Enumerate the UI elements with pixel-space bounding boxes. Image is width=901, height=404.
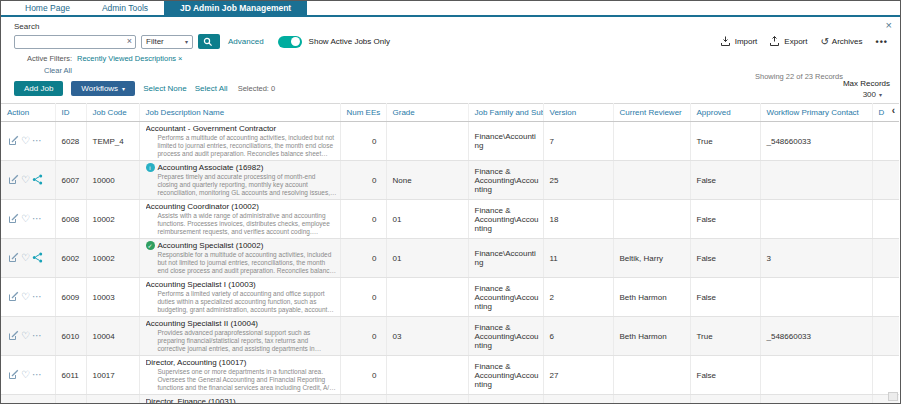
table-row[interactable]: ♡⋯600910003Accounting Specialist I (1000…: [1, 278, 899, 317]
import-button[interactable]: Import: [721, 36, 758, 48]
tab-jd-admin-job-management[interactable]: JD Admin Job Management: [164, 1, 307, 15]
cell-num-ees: 0: [340, 317, 386, 356]
job-description: Performs a multitude of accounting activ…: [146, 134, 337, 158]
column-header-job-family-and-sub-family[interactable]: Job Family and Sub Family: [468, 104, 543, 122]
history-icon: ↺: [820, 37, 828, 47]
table-row[interactable]: ♡⋯601110017Director, Accounting (10017)S…: [1, 356, 899, 395]
edit-icon[interactable]: [8, 252, 19, 265]
show-active-jobs-label: Show Active Jobs Only: [309, 37, 390, 46]
cell-workflow-primary-contact: [760, 200, 872, 239]
job-title[interactable]: Accounting Specialist II (10004): [146, 319, 337, 328]
cell-current-reviewer: [613, 356, 690, 395]
job-title[interactable]: Director, Finance (10031): [146, 397, 337, 404]
favorite-icon[interactable]: ♡: [21, 136, 30, 146]
cell-job-family: [468, 395, 543, 404]
cell-job-code: 10002: [86, 200, 139, 239]
filter-chip[interactable]: Recently Viewed Descriptions×: [77, 54, 182, 63]
workflow-icon[interactable]: [32, 252, 43, 265]
active-filters-label: Active Filters:: [27, 54, 72, 63]
show-active-jobs-toggle[interactable]: [278, 36, 302, 48]
job-title[interactable]: Accounting Coordinator (10002): [146, 202, 337, 211]
jobs-table: ActionIDJob CodeJob Description NameNum …: [1, 103, 899, 404]
favorite-icon[interactable]: ♡: [21, 253, 30, 263]
column-header-workflow-primary-contact[interactable]: Workflow Primary Contact: [760, 104, 872, 122]
edit-icon[interactable]: [8, 174, 19, 187]
favorite-icon[interactable]: ♡: [21, 370, 30, 380]
favorite-icon[interactable]: ♡: [21, 331, 30, 341]
edit-icon[interactable]: [8, 291, 19, 304]
edit-icon[interactable]: [8, 330, 19, 343]
column-header-approved[interactable]: Approved: [690, 104, 760, 122]
column-header-job-description-name[interactable]: Job Description Name: [139, 104, 340, 122]
filter-chip-remove-icon[interactable]: ×: [178, 54, 182, 63]
table-body: ♡⋯6028TEMP_4Accountant - Government Cont…: [1, 122, 899, 404]
workflow-icon[interactable]: [32, 174, 43, 187]
table-row[interactable]: ♡⋯600810002Accounting Coordinator (10002…: [1, 200, 899, 239]
max-records-label: Max Records: [843, 79, 890, 88]
favorite-icon[interactable]: ♡: [21, 292, 30, 302]
job-title[interactable]: Director, Accounting (10017): [146, 358, 337, 367]
tab-admin-tools[interactable]: Admin Tools: [86, 1, 164, 15]
max-records-dropdown[interactable]: 300 ▾: [843, 90, 890, 99]
cell-job-family: Finance & Accounting\Accounting: [468, 200, 543, 239]
column-header-grade[interactable]: Grade: [386, 104, 468, 122]
job-description: Performs a limited variety of accounting…: [146, 290, 337, 314]
column-header-num-ees[interactable]: Num EEs: [340, 104, 386, 122]
column-header-current-reviewer[interactable]: Current Reviewer: [613, 104, 690, 122]
close-icon[interactable]: ×: [886, 20, 892, 31]
cell-job-family: Finance\Accounting: [468, 239, 543, 278]
column-header-version[interactable]: Version: [543, 104, 613, 122]
cell-version: 25: [543, 161, 613, 200]
advanced-link[interactable]: Advanced: [228, 37, 264, 46]
add-job-button[interactable]: Add Job: [14, 81, 63, 96]
tab-home-page[interactable]: Home Page: [9, 1, 86, 15]
table-row[interactable]: ♡⋯6028TEMP_4Accountant - Government Cont…: [1, 122, 899, 161]
cell-current-reviewer: [613, 122, 690, 161]
table-row[interactable]: ♡⋯601010004Accounting Specialist II (100…: [1, 317, 899, 356]
cell-job-family: Finance\Accounting: [468, 122, 543, 161]
table-row[interactable]: ♡600210002✓Accounting Specialist (10002)…: [1, 239, 899, 278]
favorite-icon[interactable]: ♡: [21, 214, 30, 224]
more-actions-icon[interactable]: •••: [876, 37, 888, 47]
cell-version: 27: [543, 356, 613, 395]
cell-version: 6: [543, 317, 613, 356]
favorite-icon[interactable]: ♡: [21, 175, 30, 185]
filter-dropdown[interactable]: Filter ▾: [141, 35, 193, 49]
cell-id: 6007: [55, 161, 86, 200]
edit-icon[interactable]: [8, 135, 19, 148]
table-row[interactable]: Director, Finance (10031): [1, 395, 899, 404]
row-more-actions-icon[interactable]: ⋯: [32, 331, 42, 341]
select-all-link[interactable]: Select All: [195, 84, 228, 93]
edit-icon[interactable]: [8, 213, 19, 226]
import-label: Import: [735, 37, 758, 46]
column-header-job-code[interactable]: Job Code: [86, 104, 139, 122]
export-button[interactable]: Export: [770, 36, 807, 48]
cell-extra: [872, 356, 899, 395]
job-title[interactable]: Accountant - Government Contractor: [146, 124, 337, 133]
table-row[interactable]: ♡600710000iAccounting Associate (16982)P…: [1, 161, 899, 200]
clear-all-link[interactable]: Clear All: [44, 66, 72, 75]
cell-version: 2: [543, 278, 613, 317]
row-more-actions-icon[interactable]: ⋯: [32, 370, 42, 380]
cell-current-reviewer: Beltik, Harry: [613, 239, 690, 278]
search-clear-icon[interactable]: ×: [127, 37, 132, 46]
search-input[interactable]: [18, 37, 127, 46]
job-title-text: Accounting Coordinator (10002): [146, 202, 259, 211]
job-title[interactable]: iAccounting Associate (16982): [146, 163, 337, 172]
job-title[interactable]: ✓Accounting Specialist (10002): [146, 241, 337, 250]
row-more-actions-icon[interactable]: ⋯: [32, 136, 42, 146]
cell-extra: [872, 161, 899, 200]
job-description: Assists with a wide range of administrat…: [146, 212, 337, 236]
workflows-button[interactable]: Workflows ▾: [71, 81, 135, 96]
search-button[interactable]: [198, 34, 220, 49]
edit-icon[interactable]: [8, 369, 19, 382]
collapse-columns-icon[interactable]: ‹: [892, 106, 895, 116]
job-title[interactable]: Accounting Specialist I (10003): [146, 280, 337, 289]
row-more-actions-icon[interactable]: ⋯: [32, 292, 42, 302]
select-none-link[interactable]: Select None: [143, 84, 187, 93]
archives-button[interactable]: ↺ Archives: [820, 37, 862, 47]
row-more-actions-icon[interactable]: ⋯: [32, 214, 42, 224]
cell-version: 18: [543, 200, 613, 239]
column-header-action[interactable]: Action: [1, 104, 55, 122]
column-header-id[interactable]: ID: [55, 104, 86, 122]
